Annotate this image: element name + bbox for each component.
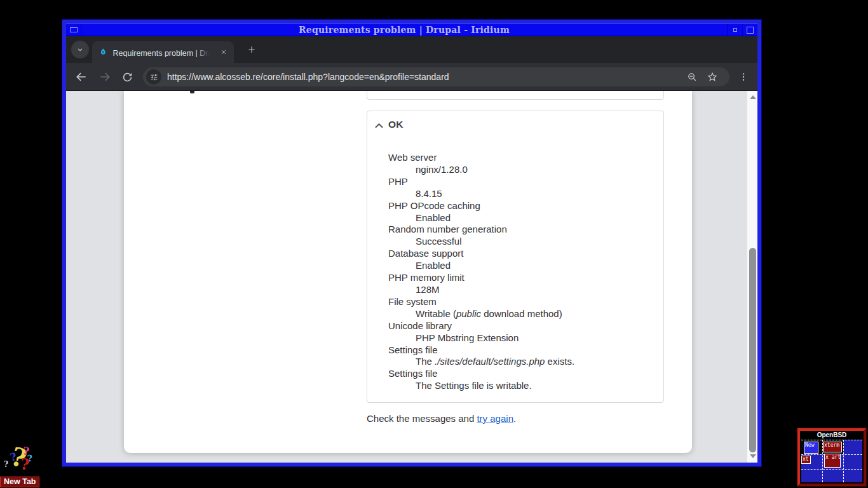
requirement-value: The ./sites/default/settings.php exists. (416, 356, 655, 368)
tab-close-button[interactable] (219, 46, 229, 58)
scrollbar-thumb[interactable] (749, 248, 756, 452)
reload-icon (121, 71, 133, 83)
scroll-up-arrow-icon[interactable] (750, 95, 756, 99)
site-info-button[interactable] (146, 69, 161, 85)
requirement-value: 128M (416, 284, 655, 296)
chevron-down-icon (76, 45, 85, 54)
requirement-term: File system (388, 296, 655, 308)
browser-toolbar: https://www.alcosseb.re/core/install.php… (66, 63, 757, 91)
forward-button[interactable] (98, 71, 111, 83)
page-footer: Check the messages and try again. (367, 413, 516, 424)
requirement-value: Writable (public download method) (416, 308, 655, 320)
requirement-value: Enabled (416, 260, 655, 272)
address-bar[interactable]: https://www.alcosseb.re/core/install.php… (143, 67, 729, 86)
page-content-container: OK Web servernginx/1.28.0PHP8.4.15PHP OP… (124, 91, 692, 453)
new-tab-button[interactable] (244, 42, 259, 57)
url-text[interactable]: https://www.alcosseb.re/core/install.php… (167, 67, 449, 86)
scrolled-text-fragment (190, 91, 194, 93)
question-mark-icon: ? (4, 460, 8, 469)
footer-text: Check the messages and (367, 413, 477, 424)
tab-title-wrap: Requirements problem | Drupal (113, 47, 210, 57)
pager-grid-line (843, 440, 844, 482)
tab-requirements-problem[interactable]: Requirements problem | Drupal (92, 41, 234, 63)
desktop: Requirements problem | Drupal - Iridium (0, 0, 868, 488)
bookmark-button[interactable] (707, 71, 718, 83)
zoom-button[interactable] (686, 71, 698, 83)
ok-section-card: OK Web servernginx/1.28.0PHP8.4.15PHP OP… (367, 111, 664, 403)
window-maximize-button[interactable] (742, 24, 757, 36)
page-viewport: OK Web servernginx/1.28.0PHP8.4.15PHP OP… (66, 91, 757, 463)
requirement-value: nginx/1.28.0 (416, 164, 655, 176)
requirement-term: PHP memory limit (388, 272, 655, 284)
requirement-term: Database support (388, 248, 655, 260)
requirement-value: PHP Mbstring Extension (416, 332, 655, 344)
window-menu-button[interactable] (66, 24, 81, 36)
try-again-link[interactable]: try again (477, 413, 513, 424)
drupal-favicon-icon (98, 47, 108, 57)
close-icon (220, 49, 227, 55)
window-title: Requirements problem | Drupal - Iridium (81, 24, 727, 36)
collapsed-section-card (367, 91, 664, 100)
browser-chrome: Requirements problem | Drupal (66, 36, 757, 463)
pager-grid-line (801, 440, 862, 440)
pager-mini-window[interactable]: x art (824, 454, 841, 468)
plus-icon (247, 45, 256, 54)
window-titlebar[interactable]: Requirements problem | Drupal - Iridium (66, 24, 757, 36)
requirements-list: Web servernginx/1.28.0PHP8.4.15PHP OPcod… (388, 152, 655, 392)
footer-period: . (513, 413, 516, 424)
scroll-down-arrow-icon[interactable] (750, 454, 756, 458)
requirement-value: Successful (416, 236, 655, 248)
pager-mini-window[interactable]: xt (801, 456, 811, 464)
iconify-icon (733, 28, 737, 32)
star-icon (707, 71, 718, 83)
window-iconify-button[interactable] (727, 24, 742, 36)
ok-section-heading[interactable]: OK (388, 119, 403, 130)
pager-desktop-grid[interactable]: Newxtermxtx art (801, 440, 862, 482)
back-button[interactable] (75, 71, 88, 83)
tab-title-fade (196, 47, 210, 57)
window-menu-icon (70, 27, 78, 32)
forward-arrow-icon (98, 71, 111, 83)
reload-button[interactable] (121, 71, 133, 83)
kebab-menu-icon (738, 72, 749, 82)
browser-window: Requirements problem | Drupal - Iridium (62, 19, 762, 467)
requirement-term: PHP OPcode caching (388, 200, 655, 212)
requirement-term: Unicode library (388, 320, 655, 332)
iconified-window-icon[interactable]: ?????? (0, 441, 46, 477)
iconified-window-label[interactable]: New Tab (0, 477, 39, 487)
requirement-value: 8.4.15 (416, 188, 655, 200)
requirement-term: PHP (388, 176, 655, 188)
pager-window[interactable]: OpenBSD Newxtermxtx art (797, 428, 866, 486)
tab-strip: Requirements problem | Drupal (66, 36, 757, 63)
pager-mini-window[interactable]: xterm (823, 442, 842, 452)
pager-title: OpenBSD (800, 431, 864, 439)
site-settings-icon (150, 73, 158, 81)
vertical-scrollbar[interactable] (747, 91, 757, 463)
requirement-term: Web server (388, 152, 655, 164)
pager-mini-window[interactable]: New (804, 442, 818, 454)
requirement-term: Settings file (388, 368, 655, 380)
chevron-up-icon[interactable] (374, 121, 384, 130)
question-mark-icon: ? (20, 454, 31, 473)
maximize-icon (747, 27, 754, 34)
requirement-term: Settings file (388, 344, 655, 356)
back-arrow-icon (75, 71, 88, 83)
pager-grid-line (801, 469, 862, 470)
tab-search-button[interactable] (71, 41, 89, 58)
browser-menu-button[interactable] (737, 71, 750, 83)
requirement-value: The Settings file is writable. (416, 380, 655, 392)
magnifier-minus-icon (687, 72, 698, 83)
requirement-value: Enabled (416, 212, 655, 224)
requirement-term: Random number generation (388, 224, 655, 236)
